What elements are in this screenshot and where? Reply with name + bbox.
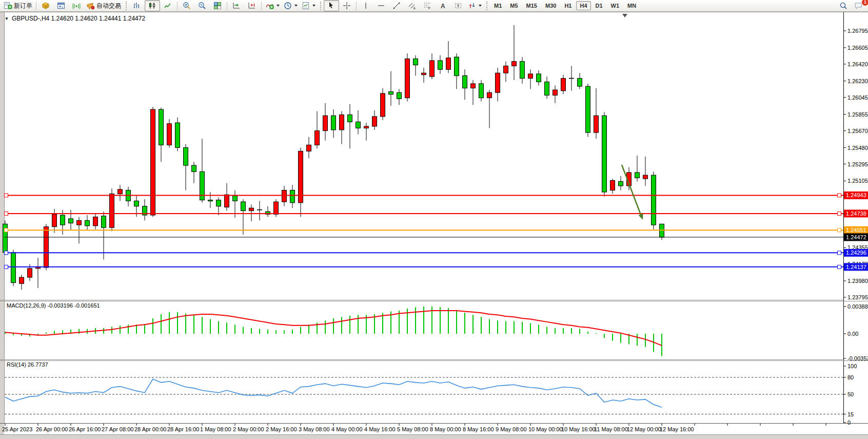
chevron-down-icon [479, 5, 482, 7]
toolbar-grip [320, 2, 321, 10]
toolbar-separator [36, 2, 36, 10]
crosshair-icon [343, 2, 351, 10]
svg-text:1.25295: 1.25295 [847, 161, 868, 167]
fibonacci-button[interactable]: F [420, 0, 435, 11]
svg-text:12 May 00:00: 12 May 00:00 [627, 426, 661, 432]
bar-chart-button[interactable] [129, 0, 145, 11]
candlestick-chart-icon [148, 2, 156, 10]
macd-indicator-label: MACD(12,26,9) -0.003196 -0.001651 [7, 302, 100, 309]
zoom-in-icon [183, 2, 191, 10]
vertical-line-icon [362, 2, 370, 10]
toolbar-grip [486, 2, 487, 10]
toolbar-grip [126, 2, 127, 10]
svg-text:1.25670: 1.25670 [847, 128, 868, 134]
tile-windows-icon [213, 2, 222, 10]
candlestick-chart-button[interactable] [145, 0, 160, 11]
zoom-out-button[interactable] [194, 0, 210, 11]
channel-button[interactable]: E [404, 0, 420, 11]
svg-text:1.26230: 1.26230 [847, 78, 868, 84]
signals-button[interactable] [69, 0, 84, 11]
timeframe-button-m1[interactable]: M1 [490, 1, 505, 10]
crosshair-button[interactable] [339, 0, 354, 11]
new-order-button[interactable]: 新订单 [2, 0, 34, 11]
chevron-down-icon [277, 5, 280, 7]
arrows-button[interactable] [466, 0, 484, 11]
bar-chart-icon [133, 2, 141, 10]
timeframe-button-mn[interactable]: MN [624, 1, 640, 10]
svg-text:100: 100 [847, 363, 857, 369]
svg-text:12 May 16:00: 12 May 16:00 [660, 426, 694, 432]
svg-text:1.24738: 1.24738 [846, 211, 866, 217]
svg-text:-0.003533: -0.003533 [847, 355, 868, 361]
svg-text:1.24296: 1.24296 [846, 250, 866, 256]
chevron-down-icon [294, 5, 298, 7]
svg-text:1 May 08:00: 1 May 08:00 [200, 426, 231, 432]
rsi-indicator-label: RSI(14) 26.7737 [7, 361, 48, 368]
svg-text:A: A [441, 3, 445, 10]
svg-text:1.23980: 1.23980 [847, 278, 868, 284]
text-label-button[interactable]: T [450, 0, 466, 11]
trendline-icon [392, 2, 401, 10]
svg-text:0.003889: 0.003889 [847, 303, 868, 310]
market-watch-button[interactable] [38, 0, 53, 11]
auto-trading-button[interactable]: 自动交易 [84, 0, 123, 11]
svg-text:1.23795: 1.23795 [847, 294, 868, 300]
timeframe-button-m30[interactable]: M30 [542, 1, 560, 10]
chart-title: ▼ GBPUSD-,H4 1.24620 1.24620 1.24441 1.2… [5, 15, 145, 22]
timeframe-button-d1[interactable]: D1 [592, 1, 606, 10]
toolbar: 新订单 自动交易 [0, 0, 868, 12]
search-icon [839, 2, 847, 10]
chart-shift-button[interactable] [244, 0, 260, 11]
svg-text:11 May 08:00: 11 May 08:00 [594, 426, 628, 432]
svg-text:25 Apr 2023: 25 Apr 2023 [2, 426, 32, 432]
fibonacci-icon: F [423, 2, 431, 10]
search-button[interactable] [836, 0, 851, 11]
vertical-line-button[interactable] [358, 0, 373, 11]
timeframe-button-w1[interactable]: W1 [607, 1, 623, 10]
periods-button[interactable] [282, 0, 300, 11]
trendline-button[interactable] [389, 0, 404, 11]
svg-text:26 Apr 16:00: 26 Apr 16:00 [69, 426, 101, 432]
templates-button[interactable] [300, 0, 318, 11]
notifications-button[interactable]: 1 [851, 0, 866, 11]
svg-text:1.24137: 1.24137 [846, 264, 866, 270]
svg-text:4 May 16:00: 4 May 16:00 [364, 426, 396, 432]
timeframe-button-m5[interactable]: M5 [506, 1, 521, 10]
cursor-icon [327, 2, 336, 10]
data-window-icon [57, 2, 65, 10]
text-button[interactable]: A [435, 0, 450, 11]
svg-text:E: E [413, 7, 416, 10]
indicators-button[interactable] [263, 0, 282, 11]
signals-icon [72, 2, 81, 10]
auto-scroll-button[interactable] [229, 0, 244, 11]
data-window-button[interactable] [53, 0, 69, 11]
zoom-in-button[interactable] [179, 0, 194, 11]
timeframe-button-h4[interactable]: H4 [576, 1, 590, 10]
svg-text:1.26605: 1.26605 [847, 45, 868, 51]
text-label-icon: T [454, 2, 462, 10]
svg-text:28 Apr 16:00: 28 Apr 16:00 [167, 426, 199, 432]
horizontal-line-button[interactable] [373, 0, 389, 11]
svg-text:27 Apr 08:00: 27 Apr 08:00 [102, 426, 133, 432]
timeframe-button-h1[interactable]: H1 [561, 1, 575, 10]
toolbar-separator [177, 2, 177, 10]
chart-canvas[interactable]: 1.267951.266051.264201.262301.260451.258… [0, 0, 868, 439]
chevron-down-icon [312, 5, 315, 7]
svg-text:3 May 08:00: 3 May 08:00 [299, 426, 330, 432]
chart-shift-icon [248, 2, 256, 10]
svg-text:1.25480: 1.25480 [847, 145, 868, 151]
cursor-button[interactable] [324, 0, 339, 11]
line-chart-button[interactable] [160, 0, 175, 11]
auto-trading-label: 自动交易 [96, 2, 121, 10]
auto-scroll-icon [232, 2, 241, 10]
new-order-label: 新订单 [14, 2, 32, 10]
svg-text:T: T [457, 4, 460, 8]
svg-text:F: F [428, 7, 430, 10]
timeframe-button-m15[interactable]: M15 [523, 1, 541, 10]
channel-icon: E [408, 2, 416, 10]
svg-text:10 May 16:00: 10 May 16:00 [561, 426, 596, 432]
auto-trading-icon [86, 2, 95, 10]
indicators-icon [265, 2, 274, 10]
tile-windows-button[interactable] [210, 0, 225, 11]
collapse-arrow-icon[interactable]: ▼ [5, 16, 9, 21]
